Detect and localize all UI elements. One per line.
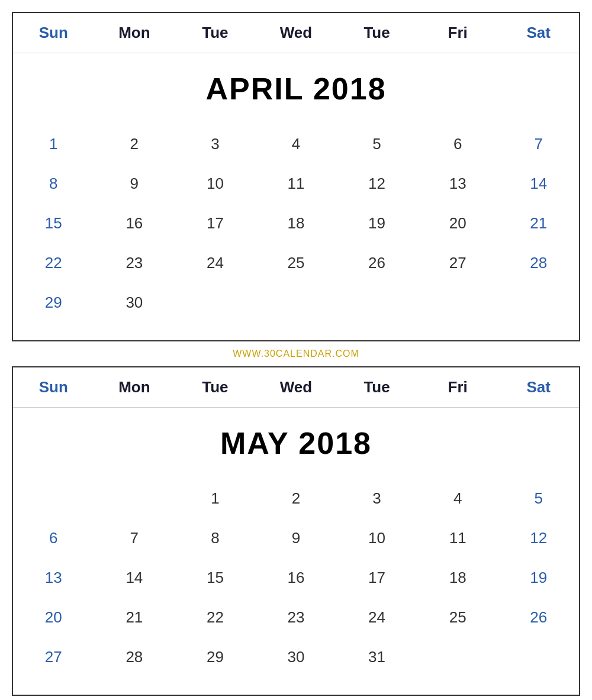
- table-row: 18: [256, 204, 337, 243]
- table-row: 14: [94, 558, 175, 598]
- header-sat-may: Sat: [498, 367, 579, 407]
- table-row: 6: [417, 124, 498, 164]
- header-sun-may: Sun: [13, 367, 94, 407]
- table-row: 22: [13, 243, 94, 283]
- table-row: 23: [256, 598, 337, 637]
- table-row: 25: [256, 243, 337, 283]
- header-thu-may: Tue: [336, 367, 417, 407]
- table-row: 11: [417, 518, 498, 558]
- header-wed-may: Wed: [256, 367, 337, 407]
- table-row: 16: [94, 204, 175, 243]
- header-fri-may: Fri: [417, 367, 498, 407]
- table-row: 28: [94, 637, 175, 677]
- table-row: 5: [336, 124, 417, 164]
- table-row: 26: [498, 598, 579, 637]
- table-row: 1: [13, 124, 94, 164]
- table-row: 29: [175, 637, 256, 677]
- table-row: 2: [94, 124, 175, 164]
- header-tue-may: Tue: [175, 367, 256, 407]
- table-row: 22: [175, 598, 256, 637]
- table-row: 14: [498, 164, 579, 204]
- table-row: 4: [417, 479, 498, 518]
- table-row: [94, 479, 175, 518]
- table-row: [498, 283, 579, 322]
- table-row: 24: [175, 243, 256, 283]
- table-row: 28: [498, 243, 579, 283]
- table-row: 29: [13, 283, 94, 322]
- table-row: 15: [13, 204, 94, 243]
- table-row: 9: [256, 518, 337, 558]
- table-row: 19: [336, 204, 417, 243]
- table-row: 8: [175, 518, 256, 558]
- april-title: APRIL 2018: [205, 71, 386, 107]
- table-row: 23: [94, 243, 175, 283]
- may-title: MAY 2018: [220, 425, 372, 461]
- header-sat: Sat: [498, 13, 579, 53]
- table-row: 30: [256, 637, 337, 677]
- table-row: 31: [336, 637, 417, 677]
- april-title-row: APRIL 2018: [13, 53, 579, 118]
- table-row: 7: [94, 518, 175, 558]
- table-row: 17: [175, 204, 256, 243]
- table-row: [417, 637, 498, 677]
- table-row: 17: [336, 558, 417, 598]
- april-days-grid: 1 2 3 4 5 6 7 8 9 10 11 12 13 14 15 16 1…: [13, 118, 579, 340]
- table-row: 4: [256, 124, 337, 164]
- header-tue: Tue: [175, 13, 256, 53]
- table-row: [336, 283, 417, 322]
- april-header-row: Sun Mon Tue Wed Tue Fri Sat: [13, 13, 579, 53]
- table-row: 20: [13, 598, 94, 637]
- table-row: 7: [498, 124, 579, 164]
- table-row: 9: [94, 164, 175, 204]
- watermark: WWW.30CALENDAR.COM: [233, 341, 359, 366]
- table-row: 10: [336, 518, 417, 558]
- table-row: 1: [175, 479, 256, 518]
- may-calendar: Sun Mon Tue Wed Tue Fri Sat MAY 2018 1 2…: [12, 366, 580, 696]
- table-row: [417, 283, 498, 322]
- table-row: 13: [417, 164, 498, 204]
- table-row: 2: [256, 479, 337, 518]
- table-row: 13: [13, 558, 94, 598]
- table-row: 12: [336, 164, 417, 204]
- may-header-row: Sun Mon Tue Wed Tue Fri Sat: [13, 367, 579, 408]
- table-row: 8: [13, 164, 94, 204]
- table-row: 25: [417, 598, 498, 637]
- table-row: 18: [417, 558, 498, 598]
- table-row: 15: [175, 558, 256, 598]
- table-row: 11: [256, 164, 337, 204]
- table-row: [13, 479, 94, 518]
- april-calendar: Sun Mon Tue Wed Tue Fri Sat APRIL 2018 1…: [12, 12, 580, 341]
- table-row: 20: [417, 204, 498, 243]
- table-row: 5: [498, 479, 579, 518]
- table-row: 10: [175, 164, 256, 204]
- table-row: 21: [94, 598, 175, 637]
- table-row: 19: [498, 558, 579, 598]
- header-sun: Sun: [13, 13, 94, 53]
- header-wed: Wed: [256, 13, 337, 53]
- table-row: 6: [13, 518, 94, 558]
- table-row: 27: [417, 243, 498, 283]
- table-row: [498, 637, 579, 677]
- may-title-row: MAY 2018: [13, 408, 579, 473]
- header-mon-may: Mon: [94, 367, 175, 407]
- header-mon: Mon: [94, 13, 175, 53]
- table-row: 3: [336, 479, 417, 518]
- table-row: 3: [175, 124, 256, 164]
- table-row: 12: [498, 518, 579, 558]
- table-row: 26: [336, 243, 417, 283]
- table-row: 21: [498, 204, 579, 243]
- table-row: 30: [94, 283, 175, 322]
- table-row: [175, 283, 256, 322]
- header-fri: Fri: [417, 13, 498, 53]
- table-row: 27: [13, 637, 94, 677]
- header-thu: Tue: [336, 13, 417, 53]
- table-row: 24: [336, 598, 417, 637]
- table-row: [256, 283, 337, 322]
- may-days-grid: 1 2 3 4 5 6 7 8 9 10 11 12 13 14 15 16 1…: [13, 473, 579, 695]
- table-row: 16: [256, 558, 337, 598]
